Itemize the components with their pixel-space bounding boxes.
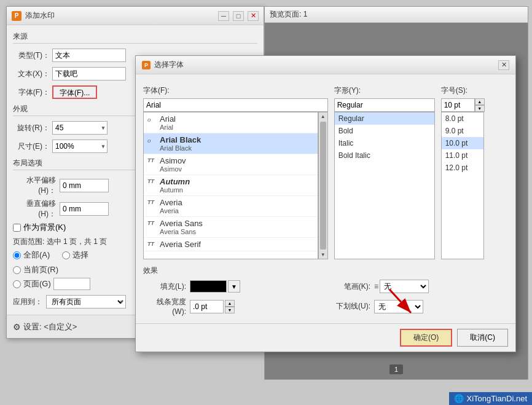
type-input[interactable]: [52, 49, 126, 62]
font-item-averia-sans[interactable]: TT Averia Sans Averia Sans: [144, 217, 318, 238]
bg-checkbox[interactable]: [13, 224, 21, 232]
font-dialog-buttons: 确定(O) 取消(C): [136, 323, 515, 352]
underline-label: 下划线(U):: [327, 301, 370, 312]
v-offset-input[interactable]: [60, 202, 109, 216]
underline-select[interactable]: 无: [374, 300, 423, 313]
stroke-row: 笔画(K): ≡ 无: [327, 280, 508, 293]
radio-current-label: 当前页(R): [23, 264, 58, 275]
minimize-button[interactable]: ─: [218, 11, 229, 21]
maximize-button[interactable]: □: [233, 11, 244, 21]
size-item-9[interactable]: 9.0 pt: [442, 125, 483, 137]
font-dialog-ok-button[interactable]: 确定(O): [400, 329, 452, 347]
size-spin-up[interactable]: ▲: [475, 98, 485, 105]
font-item-averia-serif[interactable]: TT Averia Serif: [144, 238, 318, 251]
style-item-bold[interactable]: Bold: [335, 125, 434, 137]
radio-select-row: 选择: [62, 250, 88, 261]
line-width-row: 线条宽度(W): ▲ ▼: [143, 297, 324, 316]
fill-color-dropdown[interactable]: ▼: [228, 280, 240, 293]
size-list: 8.0 pt 9.0 pt 10.0 pt 11.0 pt 12.0 pt: [441, 112, 484, 259]
watermark-site-text: XiTongTianDi.net: [466, 394, 527, 403]
font-type-icon-averia-sans: TT: [147, 220, 157, 226]
stroke-select[interactable]: 无: [380, 280, 429, 293]
size-label: 尺寸(E)：: [13, 141, 50, 152]
font-type-icon-arial-black: o: [147, 136, 157, 144]
style-item-regular[interactable]: Regular: [335, 112, 434, 125]
font-name-averia: Averia: [160, 198, 182, 207]
font-type-icon-autumn: TT: [147, 178, 157, 184]
text-label: 文本(X)：: [13, 69, 50, 79]
font-subtitle-averia-sans: Averia Sans: [160, 228, 203, 235]
style-input[interactable]: [334, 98, 435, 112]
font-type-icon-averia-serif: TT: [147, 241, 157, 247]
font-name-averia-sans: Averia Sans: [160, 219, 203, 228]
line-width-spin-up[interactable]: ▲: [225, 300, 235, 307]
fill-row: 填充(L): ▼: [143, 280, 324, 293]
radio-select[interactable]: [62, 251, 70, 259]
font-list-scrollbar-thumb[interactable]: [320, 122, 326, 250]
style-item-italic[interactable]: Italic: [335, 137, 434, 149]
style-col-header: 字形(Y):: [334, 85, 435, 96]
font-subtitle-averia: Averia: [160, 207, 182, 214]
font-name-averia-serif: Averia Serif: [160, 240, 201, 249]
bg-checkbox-label: 作为背景(K): [23, 222, 66, 233]
settings-button[interactable]: ⚙ 设置: <自定义>: [13, 321, 77, 332]
apply-label: 应用到：: [13, 297, 42, 307]
radio-page[interactable]: [13, 280, 21, 288]
font-type-icon-arial: o: [147, 116, 157, 123]
size-item-8[interactable]: 8.0 pt: [442, 112, 483, 125]
font-item-averia[interactable]: TT Averia Averia: [144, 196, 318, 217]
font-item-arial-black[interactable]: o Arial Black Arial Black: [144, 133, 318, 154]
close-main-button[interactable]: ✕: [248, 11, 259, 21]
font-list-scroll-down[interactable]: ▼: [319, 251, 327, 259]
font-dialog-title: 选择字体: [154, 60, 495, 70]
font-type-icon-averia: TT: [147, 199, 157, 205]
line-width-spin-down[interactable]: ▼: [225, 307, 235, 313]
size-item-11[interactable]: 11.0 pt: [442, 149, 483, 162]
size-item-12[interactable]: 12.0 pt: [442, 162, 483, 174]
font-item-arial[interactable]: o Arial Arial: [144, 112, 318, 133]
radio-all[interactable]: [13, 251, 21, 259]
font-name-arial: Arial: [160, 114, 176, 124]
font-label: 字体(F)：: [13, 87, 50, 98]
font-subtitle-arial: Arial: [160, 124, 176, 131]
size-col-header: 字号(S):: [441, 85, 508, 96]
style-item-bold-italic[interactable]: Bold Italic: [335, 149, 434, 162]
text-input[interactable]: [52, 67, 126, 81]
font-item-autumn[interactable]: TT Autumn Autumn: [144, 175, 318, 196]
underline-row: 下划线(U): 无: [327, 297, 508, 316]
watermark-site: 🌐: [454, 394, 464, 403]
apply-select[interactable]: 所有页面: [46, 295, 126, 309]
stroke-icon: ≡: [374, 282, 378, 291]
font-dialog-titlebar: P 选择字体 ✕: [136, 56, 515, 74]
size-value-input[interactable]: [441, 98, 475, 112]
effects-section: 效果 填充(L): ▼ 笔画(K): ≡ 无: [143, 265, 508, 316]
font-name-asimov: Asimov: [160, 156, 186, 165]
font-search-input[interactable]: [143, 98, 328, 112]
size-spin-down[interactable]: ▼: [475, 105, 485, 112]
line-width-input[interactable]: [190, 300, 224, 313]
radio-page-label: 页面(G): [23, 278, 51, 289]
radio-all-label: 全部(A): [23, 250, 50, 261]
fill-color-swatch[interactable]: [190, 280, 227, 293]
rotate-label: 旋转(R)：: [13, 123, 50, 133]
font-list-scroll-up[interactable]: ▲: [319, 112, 327, 120]
font-dialog: P 选择字体 ✕ 字体(F): o Arial: [135, 55, 516, 352]
radio-current[interactable]: [13, 266, 21, 274]
rotate-input[interactable]: [52, 121, 108, 135]
font-button[interactable]: 字体(F)...: [52, 85, 97, 99]
font-dialog-close-button[interactable]: ✕: [498, 60, 509, 70]
line-width-label: 线条宽度(W):: [143, 297, 186, 316]
page-range-input[interactable]: [53, 278, 90, 290]
radio-select-label: 选择: [72, 250, 88, 261]
source-section-label: 来源: [13, 31, 257, 44]
font-dialog-cancel-button[interactable]: 取消(C): [457, 329, 508, 347]
fill-label: 填充(L):: [143, 281, 186, 292]
font-subtitle-arial-black: Arial Black: [160, 144, 201, 152]
font-item-asimov[interactable]: TT Asimov Asimov: [144, 154, 318, 175]
main-titlebar: P 添加水印 ─ □ ✕: [7, 7, 264, 25]
preview-header: 预览页面: 1: [265, 7, 528, 23]
size-item-10[interactable]: 10.0 pt: [442, 137, 483, 149]
h-offset-input[interactable]: [60, 179, 109, 192]
font-list: o Arial Arial o: [143, 112, 318, 259]
size-input[interactable]: [52, 140, 108, 153]
